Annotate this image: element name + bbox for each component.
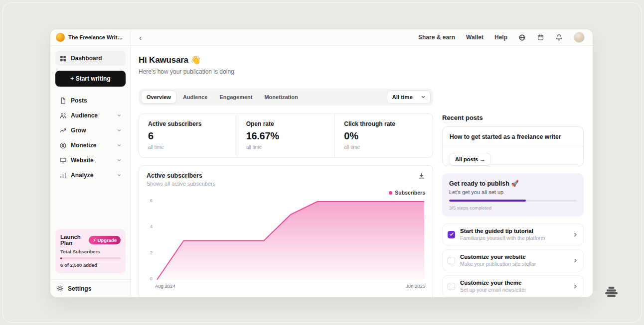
tab-overview[interactable]: Overview bbox=[141, 91, 176, 104]
sidebar-item-dashboard[interactable]: Dashboard bbox=[55, 51, 126, 66]
all-posts-button[interactable]: All posts → bbox=[450, 153, 491, 166]
sidebar-item-analyze[interactable]: Analyze bbox=[55, 168, 126, 183]
chart-x-axis: Aug 2024 Jun 2025 bbox=[147, 283, 425, 289]
plan-meter-fill bbox=[60, 257, 62, 259]
sidebar-item-label: Posts bbox=[71, 97, 87, 104]
people-icon bbox=[59, 112, 67, 119]
legend-label: Subscribers bbox=[395, 190, 425, 196]
app-window: The Freelance Writer's... Dashboard + St… bbox=[50, 29, 593, 298]
y-tick: 6 bbox=[150, 198, 153, 203]
main-area: ‹ Share & earn Wallet Help bbox=[131, 29, 593, 297]
stat-label: Active subscribers bbox=[148, 120, 228, 127]
chevron-down-icon bbox=[421, 95, 426, 100]
sidebar-item-grow[interactable]: Grow bbox=[55, 123, 126, 138]
stats-row: Active subscribers 6 all time Open rate … bbox=[139, 113, 433, 158]
y-tick: 2 bbox=[150, 250, 153, 255]
subscribers-area-chart bbox=[155, 198, 425, 281]
chevron-down-icon bbox=[117, 143, 122, 148]
step-customize-theme[interactable]: Customize your theme Set up your email n… bbox=[442, 275, 584, 297]
sidebar-item-monetize[interactable]: Monetize bbox=[55, 138, 126, 153]
step-title: Start the guided tip tutorial bbox=[460, 228, 545, 234]
wallet-link[interactable]: Wallet bbox=[466, 34, 483, 41]
time-range-select[interactable]: All time bbox=[387, 91, 431, 104]
step-title: Customize your website bbox=[460, 254, 536, 260]
recent-post-item[interactable]: How to get started as a freelance writer bbox=[443, 127, 583, 147]
dashboard-content: Hi Kawusara 👋 Here's how your publicatio… bbox=[131, 46, 593, 297]
publication-logo bbox=[56, 33, 65, 42]
stat-value: 0% bbox=[344, 130, 424, 142]
onboarding-progress-fill bbox=[449, 200, 526, 202]
sidebar-item-posts[interactable]: Posts bbox=[55, 93, 126, 108]
stat-click-through-rate: Click through rate 0% all time bbox=[334, 114, 433, 157]
x-tick-last: Jun 2025 bbox=[406, 283, 425, 289]
chart-y-axis: 6 4 2 0 bbox=[147, 198, 155, 281]
globe-icon[interactable] bbox=[518, 34, 526, 41]
plan-name: Launch Plan bbox=[60, 234, 86, 246]
publication-switcher[interactable]: The Freelance Writer's... bbox=[50, 29, 131, 46]
chevron-down-icon bbox=[117, 173, 122, 178]
sidebar-spacer bbox=[55, 183, 126, 229]
step-description: Make your publication site stellar bbox=[460, 261, 536, 267]
sidebar-item-settings[interactable]: Settings bbox=[50, 279, 131, 297]
dollar-circle-icon bbox=[59, 142, 67, 149]
step-checkbox[interactable] bbox=[448, 231, 455, 238]
gear-icon bbox=[56, 285, 64, 292]
onboarding-panel: Get ready to publish 🚀 Let's get you all… bbox=[442, 173, 584, 217]
stat-active-subscribers: Active subscribers 6 all time bbox=[139, 114, 237, 157]
start-writing-button[interactable]: + Start writing bbox=[55, 71, 126, 87]
share-earn-link[interactable]: Share & earn bbox=[418, 34, 455, 41]
stat-label: Open rate bbox=[246, 120, 326, 127]
back-button[interactable]: ‹ bbox=[139, 34, 142, 41]
dashboard-left-column: Hi Kawusara 👋 Here's how your publicatio… bbox=[139, 46, 433, 297]
step-title: Customize your theme bbox=[460, 280, 526, 286]
step-description: Familiarize yourself with the platform bbox=[460, 235, 545, 241]
onboarding-subtitle: Let's get you all set up bbox=[449, 189, 577, 195]
chevron-down-icon bbox=[117, 113, 122, 118]
tab-audience[interactable]: Audience bbox=[177, 91, 213, 104]
sidebar-item-label: Grow bbox=[71, 127, 86, 134]
step-checkbox[interactable] bbox=[448, 283, 455, 290]
sidebar-item-label: Website bbox=[71, 157, 94, 164]
stat-value: 16.67% bbox=[246, 130, 326, 142]
sidebar-nav: Dashboard + Start writing Posts Audience bbox=[50, 46, 131, 279]
tab-monetization[interactable]: Monetization bbox=[259, 91, 303, 104]
bell-icon[interactable] bbox=[555, 34, 563, 41]
step-guided-tutorial[interactable]: Start the guided tip tutorial Familiariz… bbox=[442, 223, 584, 245]
onboarding-title: Get ready to publish 🚀 bbox=[449, 180, 577, 187]
subscribers-chart-card: Active subscribers Shows all active subs… bbox=[139, 165, 433, 297]
bar-chart-icon bbox=[59, 172, 67, 179]
plan-meter-label: Total Subscribers bbox=[60, 249, 121, 254]
publication-name: The Freelance Writer's... bbox=[68, 34, 125, 40]
user-avatar[interactable] bbox=[574, 32, 585, 43]
step-checkbox[interactable] bbox=[448, 257, 455, 264]
plan-meter-caption: 6 of 2,500 added bbox=[60, 262, 121, 268]
calendar-icon[interactable] bbox=[537, 34, 544, 41]
sidebar-item-website[interactable]: Website bbox=[55, 153, 126, 168]
onboarding-steps: Start the guided tip tutorial Familiariz… bbox=[442, 223, 584, 297]
dashboard-right-column: Recent posts How to get started as a fre… bbox=[442, 46, 584, 297]
desktop-background: The Freelance Writer's... Dashboard + St… bbox=[0, 0, 644, 325]
time-range-value: All time bbox=[392, 94, 413, 100]
sidebar-item-audience[interactable]: Audience bbox=[55, 108, 126, 123]
page-subtitle: Here's how your publication is doing bbox=[139, 68, 433, 75]
tab-engagement[interactable]: Engagement bbox=[214, 91, 258, 104]
x-tick-first: Aug 2024 bbox=[155, 283, 175, 289]
stat-caption: all time bbox=[148, 144, 228, 150]
beehiiv-badge-icon[interactable] bbox=[605, 286, 618, 300]
step-customize-website[interactable]: Customize your website Make your publica… bbox=[442, 249, 584, 271]
step-description: Set up your email newsletter bbox=[460, 287, 526, 293]
monitor-icon bbox=[59, 157, 67, 164]
chart-subtitle: Shows all active subscribers bbox=[147, 181, 215, 187]
plan-meter bbox=[60, 257, 121, 259]
chart-legend: Subscribers bbox=[147, 190, 425, 196]
help-link[interactable]: Help bbox=[494, 34, 507, 41]
download-icon[interactable] bbox=[418, 172, 425, 180]
chevron-right-icon bbox=[573, 258, 578, 263]
analytics-tabstrip: Overview Audience Engagement Monetizatio… bbox=[139, 89, 433, 106]
chevron-right-icon bbox=[573, 232, 578, 237]
dashboard-grid-icon bbox=[59, 55, 67, 62]
document-icon bbox=[59, 97, 67, 105]
chevron-down-icon bbox=[117, 158, 122, 163]
upgrade-button[interactable]: ⚡ Upgrade bbox=[89, 236, 121, 244]
sidebar-item-label: Analyze bbox=[71, 172, 93, 179]
